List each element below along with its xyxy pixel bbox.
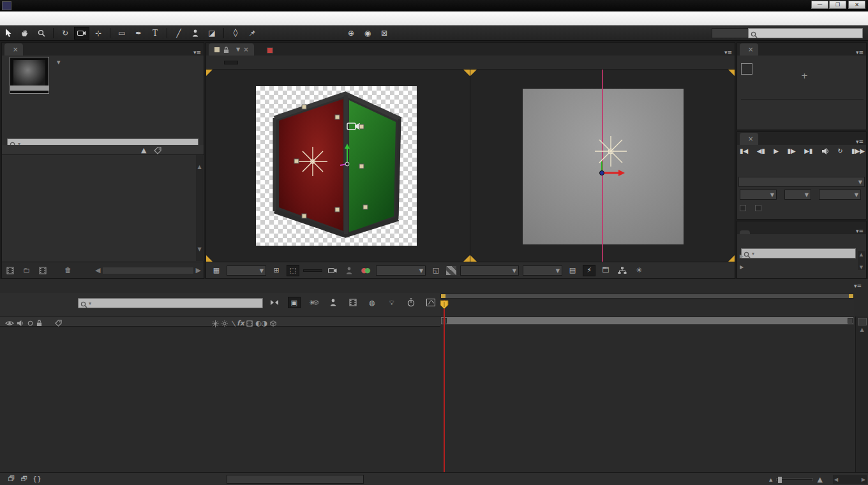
view-axis-mode[interactable]: ⊠ — [377, 27, 392, 40]
timeline-vertical-scrollbar[interactable]: ▲ — [855, 317, 868, 472]
hand-tool[interactable] — [17, 27, 33, 40]
snapshot-icon[interactable] — [326, 265, 339, 276]
brush-tool[interactable]: ╱ — [171, 27, 186, 40]
frame-blending-icon[interactable] — [327, 297, 340, 308]
expand-layer-switches-icon[interactable]: 🗇︎ — [5, 474, 18, 485]
label-column-icon[interactable] — [55, 318, 62, 327]
interpret-footage-icon[interactable] — [6, 266, 14, 274]
work-area-end-handle[interactable] — [848, 318, 853, 324]
project-hscroll-right[interactable]: ▶ — [196, 266, 201, 274]
navigator-start-handle[interactable] — [441, 294, 445, 298]
auto-keyframe-icon[interactable]: 💡︎ — [385, 297, 398, 308]
resolution-dropdown[interactable]: ▼ — [376, 265, 426, 276]
local-axis-mode[interactable]: ⊕ — [343, 27, 359, 40]
scroll-up-icon[interactable]: ▲ — [856, 327, 868, 332]
label-column-tag-icon[interactable] — [154, 146, 161, 154]
transparency-grid-icon[interactable] — [446, 266, 456, 275]
breadcrumb-current-comp[interactable] — [224, 61, 238, 64]
chevron-down-icon[interactable]: ▼ — [236, 47, 240, 52]
skip-dropdown[interactable]: ▼ — [784, 190, 811, 200]
mask-visibility-icon[interactable]: ⬚ — [287, 265, 299, 276]
roto-brush-tool[interactable]: 🮮 — [228, 27, 243, 40]
fast-preview-icon[interactable]: ⚡︎ — [583, 265, 595, 276]
lock-icon[interactable] — [223, 45, 229, 54]
show-snapshot-icon[interactable] — [343, 265, 355, 276]
next-frame-button[interactable]: ▮▶ — [787, 147, 795, 155]
cadence-dropdown[interactable]: ▼ — [740, 190, 777, 200]
tab-composition-magic-box[interactable]: ▼ × — [209, 43, 254, 56]
time-ruler[interactable] — [440, 300, 854, 317]
stopwatch-icon[interactable] — [405, 297, 417, 308]
exposure-reset-icon[interactable]: ✳︎ — [632, 265, 645, 276]
panel-menu-icon[interactable]: ▾≡ — [856, 138, 864, 145]
panel-menu-icon[interactable]: ▾≡ — [856, 228, 864, 234]
close-icon[interactable]: × — [748, 135, 753, 142]
audio-toggle-icon[interactable] — [821, 147, 829, 155]
safe-margins-icon[interactable]: ⊞ — [270, 265, 283, 276]
last-frame-button[interactable]: ▶▮ — [804, 147, 812, 155]
close-icon[interactable]: × — [243, 46, 248, 53]
tab-audio[interactable] — [761, 52, 771, 56]
effects-scrollbar[interactable]: ▲▼ — [858, 251, 865, 270]
motion-blur-icon[interactable] — [347, 297, 359, 308]
minimize-button[interactable]: — — [811, 1, 828, 9]
zoom-tool[interactable] — [34, 27, 49, 40]
toggle-switches-modes-button[interactable] — [227, 475, 364, 484]
new-composition-icon[interactable] — [39, 266, 47, 274]
selection-tool[interactable] — [1, 27, 16, 40]
previous-frame-button[interactable]: ◀▮ — [757, 147, 765, 155]
loop-toggle-icon[interactable]: ↻ — [837, 147, 842, 155]
navigator-end-handle[interactable] — [849, 294, 853, 298]
world-axis-mode[interactable]: ◉ — [360, 27, 375, 40]
tab-effets[interactable] — [740, 230, 750, 234]
always-preview-icon[interactable]: ▦ — [210, 265, 223, 276]
timeline-zoom-slider[interactable] — [776, 478, 813, 481]
panel-menu-icon[interactable]: ▾≡ — [856, 49, 864, 56]
playhead[interactable] — [440, 300, 449, 310]
region-of-interest-icon[interactable]: ◱ — [430, 265, 442, 276]
hide-shy-layers-icon[interactable]: ✳︎ — [307, 297, 320, 308]
zoom-out-mountain-icon[interactable]: ▲ — [769, 477, 772, 482]
text-tool[interactable]: T — [147, 27, 163, 40]
timeline-horizontal-scrollbar[interactable]: ◀▶ — [833, 475, 867, 484]
eraser-tool[interactable]: ◪ — [204, 27, 220, 40]
tab-calque-bas[interactable] — [262, 45, 282, 56]
pen-tool[interactable]: ✒ — [131, 27, 146, 40]
channel-icon[interactable]: ●● — [359, 265, 372, 276]
view-layout-dropdown[interactable]: ▼ — [460, 265, 519, 276]
ram-preview-options-dropdown[interactable]: ▼ — [738, 177, 865, 187]
project-scrollbar[interactable]: ▲▼ — [196, 155, 203, 261]
mini-flowchart-icon[interactable] — [268, 297, 281, 308]
view-pane-custom-1[interactable] — [206, 70, 470, 262]
views-count-dropdown[interactable]: ▼ — [523, 265, 562, 276]
from-current-time-checkbox[interactable] — [740, 205, 749, 212]
tab-info[interactable]: × — [740, 43, 758, 56]
switches-header-icons[interactable]: ＼fx ◐◑ — [212, 318, 276, 328]
brainstorm-icon[interactable]: ◍ — [366, 297, 378, 308]
clone-stamp-tool[interactable] — [188, 27, 203, 40]
close-button[interactable]: ✕ — [848, 1, 865, 9]
ram-preview-button[interactable]: ▮▶▶ — [851, 147, 865, 155]
panel-menu-icon[interactable]: ▾≡ — [193, 49, 201, 56]
effects-search-input[interactable]: ▾ — [741, 248, 856, 258]
new-folder-icon[interactable]: 🗀︎ — [23, 266, 30, 274]
zoom-slider-handle[interactable] — [778, 477, 782, 483]
tab-previsualisation[interactable]: × — [740, 133, 758, 145]
magnification-dropdown[interactable]: ▼ — [227, 265, 266, 276]
draft-3d-icon[interactable]: ▣ — [288, 297, 301, 308]
delete-item-icon[interactable]: 🗑︎ — [64, 266, 71, 274]
tab-projet[interactable]: × — [4, 43, 23, 56]
rectangle-tool[interactable]: ▭ — [114, 27, 130, 40]
rotate-tool[interactable]: ↻ — [57, 27, 73, 40]
full-screen-checkbox[interactable] — [755, 205, 764, 212]
close-icon[interactable]: × — [748, 46, 753, 53]
lock-column-icon[interactable] — [36, 318, 42, 327]
camera-tool[interactable] — [74, 27, 89, 40]
resolution-dropdown-preview[interactable]: ▼ — [819, 190, 861, 200]
timeline-button-icon[interactable]: 🗔︎ — [599, 265, 612, 276]
audio-column-icon[interactable] — [17, 318, 24, 327]
project-hscroll-track[interactable] — [103, 267, 193, 274]
zoom-in-mountain-icon[interactable]: ▲ — [817, 475, 822, 484]
project-hscroll-left[interactable]: ◀ — [95, 266, 100, 274]
3d-box-wireframe[interactable] — [256, 86, 417, 246]
